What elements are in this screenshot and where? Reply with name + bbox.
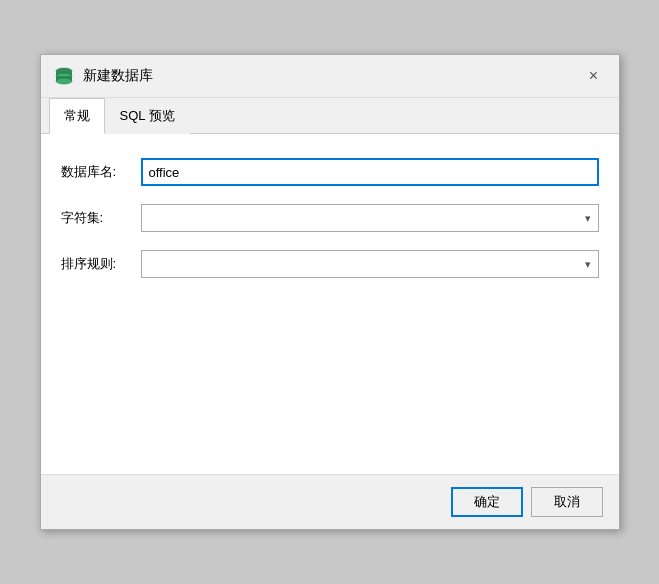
tab-bar: 常规 SQL 预览 [41, 98, 619, 134]
confirm-button[interactable]: 确定 [451, 487, 523, 517]
svg-point-4 [56, 78, 72, 84]
title-bar-left: 新建数据库 [53, 65, 153, 87]
collation-select[interactable] [141, 250, 599, 278]
close-button[interactable]: × [581, 63, 607, 89]
database-icon [53, 65, 75, 87]
charset-row: 字符集: ▾ [61, 204, 599, 232]
db-name-row: 数据库名: [61, 158, 599, 186]
tab-sql-preview[interactable]: SQL 预览 [105, 98, 190, 134]
collation-label: 排序规则: [61, 255, 141, 273]
form-content: 数据库名: 字符集: ▾ 排序规则: ▾ [41, 134, 619, 474]
charset-select-wrapper: ▾ [141, 204, 599, 232]
dialog-title: 新建数据库 [83, 67, 153, 85]
charset-select[interactable] [141, 204, 599, 232]
db-name-input[interactable] [141, 158, 599, 186]
collation-select-wrapper: ▾ [141, 250, 599, 278]
db-name-label: 数据库名: [61, 163, 141, 181]
dialog-footer: 确定 取消 [41, 474, 619, 529]
new-database-dialog: 新建数据库 × 常规 SQL 预览 数据库名: 字符集: ▾ [40, 54, 620, 530]
tab-general[interactable]: 常规 [49, 98, 105, 134]
charset-label: 字符集: [61, 209, 141, 227]
title-bar: 新建数据库 × [41, 55, 619, 98]
cancel-button[interactable]: 取消 [531, 487, 603, 517]
collation-row: 排序规则: ▾ [61, 250, 599, 278]
